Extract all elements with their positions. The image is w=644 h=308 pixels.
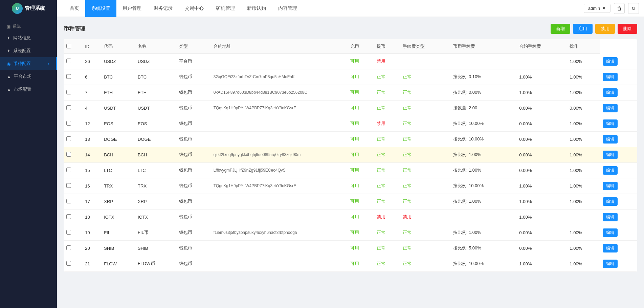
row-checkbox[interactable]: [66, 59, 71, 63]
table-row: 18IOTXIOTX钱包币可用禁用禁用1.00%编辑: [64, 209, 637, 225]
disable-button[interactable]: 禁用: [595, 24, 615, 34]
row-checkbox[interactable]: [66, 214, 71, 219]
cell-contract-fee: [567, 209, 600, 225]
sidebar: ▣ 系统 ✦ 网站信息 ✦ 系统配置 ◉ 币种配置 › ▲ 平台市场 ▲: [0, 17, 57, 308]
cell-id: 13: [82, 131, 101, 147]
cell-withdraw-status2: 正常: [400, 147, 450, 162]
cell-charge-status: 可用: [348, 240, 374, 256]
row-checkbox[interactable]: [66, 74, 71, 79]
cell-contract: [211, 240, 348, 256]
row-checkbox[interactable]: [66, 121, 71, 126]
cell-id: 18: [82, 209, 101, 225]
row-checkbox[interactable]: [66, 136, 71, 141]
cell-code: LTC: [101, 162, 135, 178]
nav-item-新币认购[interactable]: 新币认购: [241, 0, 272, 17]
nav-item-系统设置[interactable]: 系统设置: [85, 0, 116, 17]
enable-button[interactable]: 启用: [573, 24, 593, 34]
sidebar-item-website[interactable]: ✦ 网站信息: [0, 31, 57, 44]
table-body: 26USDZUSDZ平台币可用禁用1.00%编辑6BTCBTC钱包币3GqGQE…: [64, 54, 637, 272]
edit-button[interactable]: 编辑: [603, 88, 618, 97]
sidebar-item-sysconfig[interactable]: ✦ 系统配置: [0, 44, 57, 57]
cell-action: 编辑: [600, 225, 637, 240]
edit-button[interactable]: 编辑: [603, 228, 618, 237]
cell-code: TRX: [101, 178, 135, 194]
row-checkbox[interactable]: [66, 261, 71, 266]
edit-button[interactable]: 编辑: [603, 260, 618, 268]
cell-contract-fee: 1.00%: [567, 116, 600, 131]
nav-item-用户管理[interactable]: 用户管理: [116, 0, 148, 17]
sidebar-item-market-config[interactable]: ▲ 市场配置: [0, 83, 57, 96]
cell-charge-status: 可用: [348, 162, 374, 178]
row-checkbox[interactable]: [66, 168, 71, 172]
row-checkbox[interactable]: [66, 245, 71, 250]
delete-button[interactable]: 删除: [618, 24, 637, 34]
row-checkbox[interactable]: [66, 183, 71, 188]
cell-action: 编辑: [600, 131, 637, 147]
cell-fee-type: 按比例: 10.00%: [450, 178, 517, 194]
edit-button[interactable]: 编辑: [603, 197, 618, 206]
cell-id: 15: [82, 162, 101, 178]
cell-name: TRX: [135, 178, 176, 194]
cell-id: 21: [82, 256, 101, 271]
edit-button[interactable]: 编辑: [603, 73, 618, 81]
page-title-text: 币种管理: [64, 25, 85, 32]
edit-button[interactable]: 编辑: [603, 151, 618, 159]
edit-button[interactable]: 编辑: [603, 104, 618, 112]
cell-charge-status: 可用: [348, 194, 374, 209]
edit-button[interactable]: 编辑: [603, 57, 618, 66]
cell-contract: [211, 256, 348, 271]
edit-button[interactable]: 编辑: [603, 244, 618, 252]
cell-type: 钱包币: [176, 116, 210, 131]
refresh-icon-button[interactable]: ↻: [628, 3, 639, 14]
cell-charge-status: 可用: [348, 209, 374, 225]
cell-charge-status: 可用: [348, 256, 374, 271]
select-all-checkbox[interactable]: [66, 44, 71, 48]
cell-withdraw-status: 正常: [374, 225, 400, 240]
cell-action: 编辑: [600, 69, 637, 85]
row-checkbox[interactable]: [66, 152, 71, 157]
nav-item-交易中心[interactable]: 交易中心: [179, 0, 210, 17]
cell-name: ETH: [135, 85, 176, 100]
nav-item-内容管理[interactable]: 内容管理: [272, 0, 303, 17]
row-checkbox[interactable]: [66, 199, 71, 203]
cell-id: 26: [82, 54, 101, 69]
edit-button[interactable]: 编辑: [603, 135, 618, 144]
cell-fee-type: 按比例: 1.00%: [450, 194, 517, 209]
nav-item-首页[interactable]: 首页: [64, 0, 85, 17]
cell-name: LTC: [135, 162, 176, 178]
nav-item-财务记录[interactable]: 财务记录: [148, 0, 179, 17]
row-checkbox[interactable]: [66, 90, 71, 94]
cell-name: SHIB: [135, 240, 176, 256]
edit-button[interactable]: 编辑: [603, 119, 618, 128]
trash-icon-button[interactable]: 🗑: [614, 3, 625, 14]
nav-item-矿机管理[interactable]: 矿机管理: [210, 0, 241, 17]
cell-withdraw-status: 正常: [374, 85, 400, 100]
admin-button[interactable]: admin ▼: [584, 4, 610, 13]
cell-contract: f1iem6s3j5tbysbhpsuxy4uxyh6nacf3rbtpnodg…: [211, 225, 348, 240]
gear-icon: ✦: [7, 48, 10, 53]
cell-code: SHIB: [101, 240, 135, 256]
cell-contract-fee: 1.00%: [567, 85, 600, 100]
edit-button[interactable]: 编辑: [603, 182, 618, 190]
sidebar-item-coinconfig[interactable]: ◉ 币种配置 ›: [0, 57, 57, 70]
edit-button[interactable]: 编辑: [603, 213, 618, 221]
cell-withdraw-status2: 禁用: [400, 209, 450, 225]
edit-button[interactable]: 编辑: [603, 166, 618, 175]
cell-fee-type: 按比例: 10.00%: [450, 116, 517, 131]
section-label: 系统: [13, 24, 21, 29]
add-button[interactable]: 新增: [551, 24, 570, 34]
table-row: 16TRXTRX钱包币TQgsKg1H9pPYLW4PBPZ7iKq3ebY9o…: [64, 178, 637, 194]
sidebar-item-label: 平台市场: [14, 73, 31, 80]
cell-action: 编辑: [600, 147, 637, 162]
cell-id: 20: [82, 240, 101, 256]
sidebar-item-platform-market[interactable]: ▲ 平台市场: [0, 70, 57, 83]
cell-fee-type: 按比例: 0.00%: [450, 85, 517, 100]
cell-fee-type: 按比例: 1.00%: [450, 225, 517, 240]
row-checkbox[interactable]: [66, 230, 71, 235]
col-name: 名称: [135, 39, 176, 54]
cell-name: USDT: [135, 100, 176, 116]
col-fee-type: 手续费类型: [400, 39, 450, 54]
action-buttons: 新增 启用 禁用 删除: [551, 24, 637, 34]
section-icon: ▣: [7, 24, 10, 29]
row-checkbox[interactable]: [66, 105, 71, 110]
